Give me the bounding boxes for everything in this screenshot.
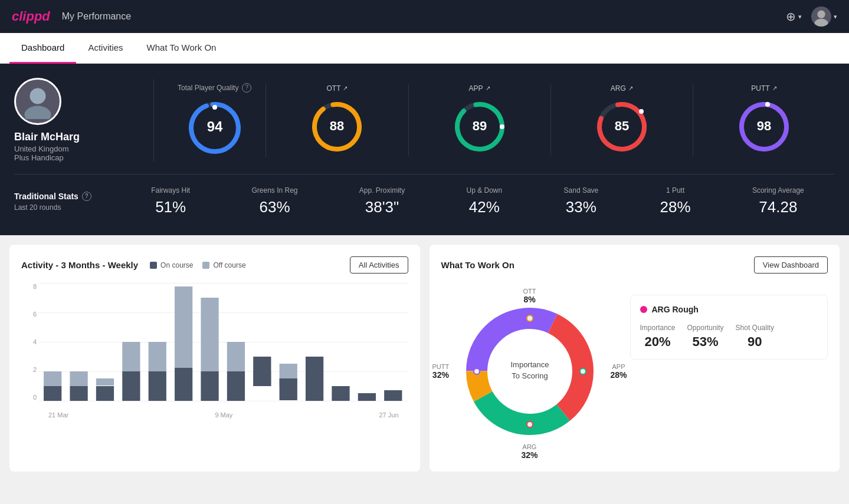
grid-line (39, 401, 408, 401)
app-gauge-svg: 89 (450, 97, 509, 156)
view-dashboard-button[interactable]: View Dashboard (754, 256, 828, 274)
total-quality-svg: 94 (185, 98, 244, 157)
svg-rect-29 (122, 371, 140, 401)
stat-1putt: 1 Putt 28% (660, 186, 691, 216)
logo[interactable]: clippd (12, 9, 50, 24)
svg-rect-34 (201, 298, 218, 371)
legend-on-course: On course (150, 261, 193, 269)
arg-seg-pct: 32% (521, 450, 537, 460)
chart-legend: On course Off course (150, 261, 246, 269)
legend-off-course: Off course (202, 261, 245, 269)
svg-point-55 (580, 368, 586, 374)
header-left: clippd My Performance (12, 9, 131, 24)
player-country: United Kingdom (14, 144, 69, 153)
gauge-app: APP ↗ 89 (409, 84, 551, 156)
svg-rect-24 (70, 371, 87, 386)
app-seg-label: APP (610, 363, 627, 370)
tab-what-to-work-on[interactable]: What To Work On (135, 33, 228, 64)
workon-title: What To Work On (441, 260, 514, 270)
header: clippd My Performance ⊕ ▾ ▾ (0, 0, 849, 33)
stats-sublabel: Last 20 rounds (14, 203, 109, 212)
svg-rect-26 (96, 378, 114, 386)
y-label-4: 4 (33, 338, 37, 345)
x-label-jun: 27 Jun (379, 411, 398, 419)
workon-content: Importance To Scoring OTT 8% APP 28% (441, 283, 828, 460)
total-quality-value: 94 (206, 118, 222, 134)
stats-label-group: Traditional Stats ? Last 20 rounds (14, 192, 109, 212)
stat-scoring: Scoring Average 74.28 (752, 186, 804, 216)
svg-rect-36 (227, 342, 245, 371)
tab-activities[interactable]: Activities (76, 33, 135, 64)
traditional-stats: Traditional Stats ? Last 20 rounds Fairw… (14, 174, 835, 216)
stat-items: Fairways Hit 51% Greens In Reg 63% App. … (120, 186, 835, 216)
svg-point-2 (30, 88, 46, 104)
svg-rect-45 (358, 393, 376, 401)
app-seg-pct: 28% (610, 370, 627, 380)
svg-rect-30 (149, 342, 166, 371)
stat-updown: Up & Down 42% (467, 186, 503, 216)
svg-rect-31 (149, 371, 166, 401)
bars-svg (39, 283, 408, 401)
donut-label-app: APP 28% (610, 363, 627, 380)
gauge-ott: OTT ↗ 88 (266, 84, 408, 156)
all-activities-button[interactable]: All Activities (350, 256, 408, 274)
activity-chart-title: Activity - 3 Months - Weekly (21, 260, 138, 270)
focus-opportunity: Opportunity 53% (687, 324, 724, 350)
x-label-may: 9 May (215, 411, 232, 419)
svg-text:85: 85 (615, 118, 629, 133)
y-label-8: 8 (33, 283, 37, 290)
putt-gauge-svg: 98 (735, 97, 794, 156)
svg-point-1 (815, 19, 828, 27)
header-title: My Performance (62, 11, 131, 22)
player-name: Blair McHarg (14, 131, 80, 143)
x-label-mar: 21 Mar (48, 411, 68, 419)
total-quality-label: Total Player Quality (178, 84, 238, 92)
off-course-color (202, 262, 209, 269)
svg-rect-33 (175, 368, 192, 401)
header-right: ⊕ ▾ ▾ (786, 6, 837, 27)
svg-rect-40 (253, 371, 271, 386)
add-icon[interactable]: ⊕ ▾ (786, 9, 802, 24)
player-handicap: Plus Handicap (14, 153, 64, 162)
svg-rect-28 (122, 342, 140, 371)
ott-seg-label: OTT (523, 288, 536, 295)
y-label-0: 0 (33, 394, 37, 401)
help-icon[interactable]: ? (242, 83, 251, 93)
svg-text:98: 98 (757, 118, 771, 133)
profile-avatar (14, 78, 61, 125)
svg-rect-46 (384, 390, 402, 401)
on-course-color (150, 262, 157, 269)
svg-point-16 (639, 109, 644, 114)
app-trend-icon: ↗ (486, 85, 490, 91)
tab-dashboard[interactable]: Dashboard (9, 33, 76, 64)
focus-shot-quality: Shot Quality 90 (736, 324, 774, 350)
donut-label-arg: ARG 32% (521, 443, 537, 460)
svg-rect-37 (227, 371, 245, 401)
workon-card: What To Work On View Dashboard (430, 245, 840, 472)
putt-seg-label: PUTT (432, 363, 450, 370)
putt-seg-pct: 32% (432, 370, 450, 380)
svg-rect-44 (332, 386, 349, 401)
arg-trend-icon: ↗ (628, 85, 633, 91)
bottom-section: Activity - 3 Months - Weekly On course O… (0, 235, 849, 481)
focus-dot (640, 306, 647, 313)
user-menu[interactable]: ▾ (811, 6, 837, 27)
donut-chart-area: Importance To Scoring OTT 8% APP 28% (441, 283, 618, 460)
svg-text:To Scoring: To Scoring (512, 371, 548, 380)
svg-rect-43 (306, 357, 323, 401)
svg-point-12 (500, 124, 504, 129)
x-labels: 21 Mar 9 May 27 Jun (39, 411, 408, 419)
svg-rect-39 (253, 357, 271, 371)
focus-importance: Importance 20% (640, 324, 676, 350)
svg-point-6 (212, 105, 217, 110)
svg-rect-42 (280, 378, 297, 400)
svg-text:88: 88 (330, 118, 344, 133)
profile-info: Blair McHarg United Kingdom Plus Handica… (14, 78, 144, 162)
ott-trend-icon: ↗ (343, 85, 348, 91)
focus-card: ARG Rough Importance 20% Opportunity 53%… (630, 295, 828, 360)
avatar (811, 6, 831, 27)
gauge-group: OTT ↗ 88 APP ↗ 89 (266, 84, 835, 156)
arg-gauge-svg: 85 (592, 97, 651, 156)
stat-fairways: Fairways Hit 51% (151, 186, 190, 216)
stats-help-icon[interactable]: ? (82, 192, 91, 201)
